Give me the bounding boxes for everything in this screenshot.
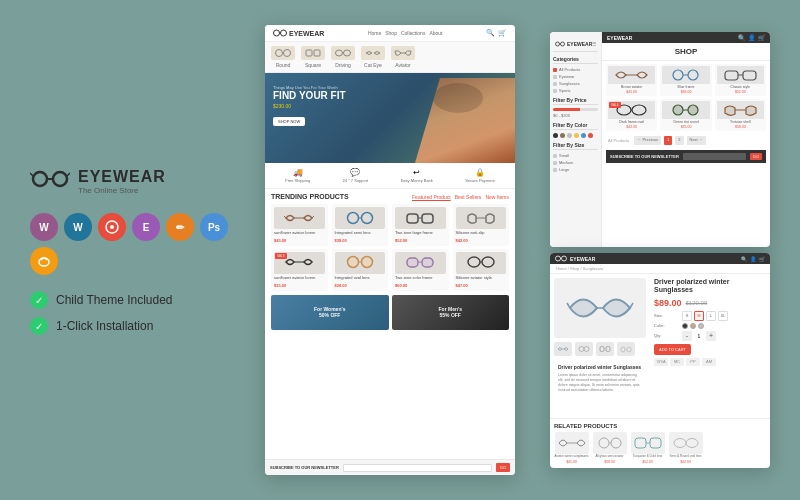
product-img-2 xyxy=(335,207,386,229)
support-icon: 💬 xyxy=(350,168,360,177)
detail-product-price: $89.00 xyxy=(654,298,682,308)
left-panel: EYEWEAR The Online Store W W E ✏ Ps ✓ Ch… xyxy=(30,165,230,335)
shop-product-3[interactable]: Classic style $52.00 xyxy=(715,64,766,96)
sidebar-size-small[interactable]: Small xyxy=(553,153,598,158)
sidebar-cat-all[interactable]: All Products xyxy=(553,67,598,72)
cart-icon[interactable]: 🛒 xyxy=(498,29,507,37)
shop-product-6[interactable]: Tortoise shell $58.00 xyxy=(715,99,766,131)
color-swatch-black[interactable] xyxy=(682,323,688,329)
women-banner[interactable]: For Women's50% OFF xyxy=(271,295,389,330)
elementor-icon: E xyxy=(132,213,160,241)
detail-thumb-1[interactable] xyxy=(554,342,572,356)
section-header: TRENDING PRODUCTS Featured Product Best … xyxy=(271,193,509,200)
cat-aviator-img xyxy=(391,46,415,60)
women-banner-text: For Women's50% OFF xyxy=(314,306,345,319)
tab-featured[interactable]: Featured Product xyxy=(412,194,451,200)
cat-aviator[interactable]: Aviator xyxy=(391,46,415,68)
detail-thumb-2[interactable] xyxy=(575,342,593,356)
men-banner[interactable]: For Men's55% OFF xyxy=(392,295,510,330)
detail-search-icon[interactable]: 🔍 xyxy=(741,256,747,262)
shop-search-icon[interactable]: 🔍 xyxy=(738,34,745,41)
paypal-icon: PP xyxy=(686,358,700,366)
nav-about[interactable]: About xyxy=(429,30,442,36)
related-product-2[interactable]: All glass semi aviator $38.00 xyxy=(592,432,627,464)
detail-body: Driver polarized winter Sunglasses Lorem… xyxy=(550,274,770,418)
svg-point-53 xyxy=(673,105,683,115)
shop-product-2[interactable]: Blue frame $38.00 xyxy=(660,64,711,96)
product-card-8: Silicone aviator style $47.00 xyxy=(453,249,510,291)
product-price-1: $45.00 xyxy=(274,238,325,243)
brand-tagline: The Online Store xyxy=(78,186,166,195)
color-blue[interactable] xyxy=(581,133,586,138)
detail-user-icon[interactable]: 👤 xyxy=(750,256,756,262)
men-banner-text: For Men's55% OFF xyxy=(439,306,462,319)
cat-driving[interactable]: Driving xyxy=(331,46,355,68)
color-silver[interactable] xyxy=(567,133,572,138)
related-price-4: $42.00 xyxy=(680,460,691,464)
related-product-3[interactable]: Turquoise & Gold lens $52.00 xyxy=(630,432,665,464)
cat-square[interactable]: Square xyxy=(301,46,325,68)
cat-round[interactable]: Round xyxy=(271,46,295,68)
qty-value: 1 xyxy=(694,333,704,339)
payment-icons: VISA MC PP AM xyxy=(654,358,766,366)
detail-cart-icon[interactable]: 🛒 xyxy=(759,256,765,262)
product-detail-preview: EYEWEAR 🔍 👤 🛒 Home / Shop / Sunglasses xyxy=(550,253,770,468)
detail-breadcrumb: Home / Shop / Sunglasses xyxy=(556,266,603,271)
color-swatch-brown[interactable] xyxy=(690,323,696,329)
size-xl[interactable]: XL xyxy=(718,311,728,321)
nav-shop[interactable]: Shop xyxy=(385,30,397,36)
detail-main-product-image xyxy=(554,278,646,338)
related-product-4[interactable]: Semi & Round oval lens $42.00 xyxy=(668,432,703,464)
svg-point-16 xyxy=(336,50,343,56)
related-product-1[interactable]: Aviator winter sunglasses $45.00 xyxy=(554,432,589,464)
nav-home[interactable]: Home xyxy=(368,30,381,36)
mastercard-icon: MC xyxy=(670,358,684,366)
sidebar-size-large[interactable]: Large xyxy=(553,167,598,172)
add-to-cart-button[interactable]: ADD TO CART xyxy=(654,344,691,355)
tab-newitems[interactable]: New Items xyxy=(485,194,509,200)
size-s[interactable]: S xyxy=(682,311,692,321)
related-name-2: All glass semi aviator xyxy=(595,455,623,459)
newsletter-subscribe-button[interactable]: GO xyxy=(496,463,510,472)
svg-point-70 xyxy=(599,438,609,448)
svg-rect-73 xyxy=(635,438,646,448)
qty-increase-button[interactable]: + xyxy=(706,331,716,341)
sidebar-cat-sports[interactable]: Sports xyxy=(553,88,598,93)
nav-collections[interactable]: Collections xyxy=(401,30,425,36)
svg-point-45 xyxy=(688,70,698,80)
newsletter-input[interactable] xyxy=(343,464,492,472)
color-red[interactable] xyxy=(588,133,593,138)
shop-product-img-2 xyxy=(662,66,709,84)
color-black[interactable] xyxy=(553,133,558,138)
hero-cta-button[interactable]: SHOP NOW xyxy=(273,117,305,126)
color-swatch-silver[interactable] xyxy=(698,323,704,329)
feat-secure-label: Secure Payment xyxy=(465,178,495,183)
shop-product-1[interactable]: Brown aviator $45.00 xyxy=(606,64,657,96)
shop-cart-icon[interactable]: 🛒 xyxy=(758,34,765,41)
cat-cat-eye[interactable]: Cat Eye xyxy=(361,46,385,68)
shop-product-4[interactable]: SALE Dark frame oval $42.00 xyxy=(606,99,657,131)
detail-thumb-4[interactable] xyxy=(617,342,635,356)
section-title: TRENDING PRODUCTS xyxy=(271,193,349,200)
size-m[interactable]: M xyxy=(694,311,704,321)
product-name-4: Silicone anti-slip xyxy=(456,231,507,236)
brand-name: EYEWEAR xyxy=(78,168,166,186)
detail-thumb-3[interactable] xyxy=(596,342,614,356)
shop-product-price-5: $35.00 xyxy=(681,125,692,129)
shop-user-icon[interactable]: 👤 xyxy=(748,34,755,41)
detail-product-title: Driver polarized winter Sunglasses xyxy=(654,278,766,295)
product-grid-row2: SALE sunflower aviator lorem $35.00 Inte… xyxy=(271,249,509,291)
shop-product-5[interactable]: Green tint round $35.00 xyxy=(660,99,711,131)
check-icon-2: ✓ xyxy=(30,317,48,335)
sidebar-cat-sunglasses[interactable]: Sunglasses xyxy=(553,81,598,86)
sidebar-size-medium[interactable]: Medium xyxy=(553,160,598,165)
size-l[interactable]: L xyxy=(706,311,716,321)
sidebar-cat-eyewear[interactable]: Eyewear xyxy=(553,74,598,79)
header-icons: 🔍 🛒 xyxy=(486,29,507,37)
color-brown[interactable] xyxy=(560,133,565,138)
feat-support-label: 24 * 7 Support xyxy=(343,178,369,183)
tab-bestsellers[interactable]: Best Sellers xyxy=(455,194,482,200)
qty-decrease-button[interactable]: - xyxy=(682,331,692,341)
color-gold[interactable] xyxy=(574,133,579,138)
search-icon[interactable]: 🔍 xyxy=(486,29,495,37)
